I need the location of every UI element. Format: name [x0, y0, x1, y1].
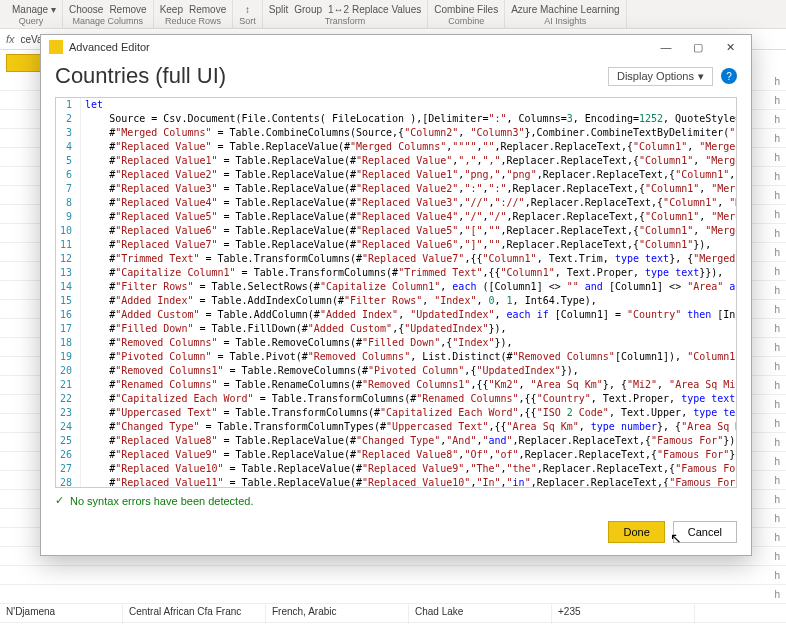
code-line[interactable]: #"Changed Type" = Table.TransformColumnT…	[81, 420, 737, 434]
line-number: 13	[56, 266, 81, 280]
line-number: 1	[56, 98, 81, 112]
ribbon-group-label: AI Insights	[544, 16, 586, 28]
code-line[interactable]: #"Added Custom" = Table.AddColumn(#"Adde…	[81, 308, 737, 322]
maximize-button[interactable]: ▢	[685, 37, 711, 57]
app-icon	[49, 40, 63, 54]
code-line[interactable]: #"Renamed Columns" = Table.RenameColumns…	[81, 378, 737, 392]
line-number: 3	[56, 126, 81, 140]
code-editor[interactable]: 1let2 Source = Csv.Document(File.Content…	[55, 97, 737, 488]
code-line[interactable]: #"Capitalized Each Word" = Table.Transfo…	[81, 392, 737, 406]
dialog-title: Countries (full UI)	[55, 63, 226, 89]
line-number: 18	[56, 336, 81, 350]
ribbon-group: ChooseRemoveManage Columns	[63, 0, 154, 28]
code-line[interactable]: #"Added Index" = Table.AddIndexColumn(#"…	[81, 294, 737, 308]
code-line[interactable]: #"Replaced Value10" = Table.ReplaceValue…	[81, 462, 737, 476]
code-line[interactable]: Source = Csv.Document(File.Contents( Fil…	[81, 112, 737, 126]
line-number: 5	[56, 154, 81, 168]
ribbon-group: SplitGroup1↔2 Replace ValuesTransform	[263, 0, 428, 28]
code-line[interactable]: #"Replaced Value11" = Table.ReplaceValue…	[81, 476, 737, 488]
ribbon-item[interactable]: Split	[269, 4, 288, 15]
syntax-status: ✓ No syntax errors have been detected.	[41, 488, 751, 513]
line-number: 2	[56, 112, 81, 126]
chevron-down-icon: ▾	[698, 70, 704, 83]
ribbon-item[interactable]: ↕	[245, 4, 250, 15]
code-line[interactable]: #"Replaced Value5" = Table.ReplaceValue(…	[81, 210, 737, 224]
code-line[interactable]: #"Capitalize Column1" = Table.TransformC…	[81, 266, 737, 280]
line-number: 15	[56, 294, 81, 308]
dialog-buttons: Done Cancel	[41, 513, 751, 555]
line-number: 16	[56, 308, 81, 322]
dialog-header: Countries (full UI) Display Options ▾ ?	[41, 59, 751, 97]
code-line[interactable]: #"Filter Rows" = Table.SelectRows(#"Capi…	[81, 280, 737, 294]
ribbon-item[interactable]: Choose	[69, 4, 103, 15]
code-line[interactable]: #"Replaced Value4" = Table.ReplaceValue(…	[81, 196, 737, 210]
ribbon-item[interactable]: Group	[294, 4, 322, 15]
ribbon-item[interactable]: Keep	[160, 4, 183, 15]
line-number: 6	[56, 168, 81, 182]
code-line[interactable]: #"Pivoted Column" = Table.Pivot(#"Remove…	[81, 350, 737, 364]
line-number: 24	[56, 420, 81, 434]
ribbon-group-label: Manage Columns	[73, 16, 144, 28]
line-number: 10	[56, 224, 81, 238]
code-line[interactable]: #"Replaced Value1" = Table.ReplaceValue(…	[81, 154, 737, 168]
ribbon-group-label: Combine	[448, 16, 484, 28]
cancel-button[interactable]: Cancel	[673, 521, 737, 543]
fx-label: fx	[6, 33, 15, 45]
ribbon-item[interactable]: Combine Files	[434, 4, 498, 15]
line-number: 9	[56, 210, 81, 224]
ribbon-group: Azure Machine LearningAI Insights	[505, 0, 626, 28]
close-button[interactable]: ✕	[717, 37, 743, 57]
code-line[interactable]: #"Filled Down" = Table.FillDown(#"Added …	[81, 322, 737, 336]
code-line[interactable]: #"Removed Columns1" = Table.RemoveColumn…	[81, 364, 737, 378]
done-button[interactable]: Done	[608, 521, 664, 543]
code-line[interactable]: #"Replaced Value6" = Table.ReplaceValue(…	[81, 224, 737, 238]
line-number: 17	[56, 322, 81, 336]
line-number: 27	[56, 462, 81, 476]
line-number: 19	[56, 350, 81, 364]
ribbon-group: KeepRemoveReduce Rows	[154, 0, 234, 28]
code-line[interactable]: #"Replaced Value8" = Table.ReplaceValue(…	[81, 434, 737, 448]
line-number: 11	[56, 238, 81, 252]
check-icon: ✓	[55, 494, 64, 507]
ribbon-group-label: Sort	[239, 16, 256, 28]
code-line[interactable]: #"Replaced Value9" = Table.ReplaceValue(…	[81, 448, 737, 462]
line-number: 14	[56, 280, 81, 294]
ribbon-group-label: Transform	[325, 16, 366, 28]
dialog-app-title: Advanced Editor	[69, 41, 150, 53]
ribbon-group-label: Reduce Rows	[165, 16, 221, 28]
line-number: 25	[56, 434, 81, 448]
advanced-editor-dialog: Advanced Editor — ▢ ✕ Countries (full UI…	[40, 34, 752, 556]
code-line[interactable]: #"Replaced Value3" = Table.ReplaceValue(…	[81, 182, 737, 196]
line-number: 21	[56, 378, 81, 392]
table-row: N'Djamena Central African Cfa Franc Fren…	[0, 604, 786, 623]
line-number: 8	[56, 196, 81, 210]
line-number: 4	[56, 140, 81, 154]
ribbon: Manage ▾QueryChooseRemoveManage ColumnsK…	[0, 0, 786, 29]
code-line[interactable]: #"Removed Columns" = Table.RemoveColumns…	[81, 336, 737, 350]
ribbon-group: ↕Sort	[233, 0, 263, 28]
line-number: 12	[56, 252, 81, 266]
ribbon-group-label: Query	[19, 16, 44, 28]
ribbon-group: Manage ▾Query	[0, 0, 63, 28]
line-number: 28	[56, 476, 81, 488]
minimize-button[interactable]: —	[653, 37, 679, 57]
display-options-dropdown[interactable]: Display Options ▾	[608, 67, 713, 86]
code-line[interactable]: #"Replaced Value2" = Table.ReplaceValue(…	[81, 168, 737, 182]
help-icon[interactable]: ?	[721, 68, 737, 84]
dialog-titlebar: Advanced Editor — ▢ ✕	[41, 35, 751, 59]
ribbon-item[interactable]: Remove	[189, 4, 226, 15]
ribbon-item[interactable]: Azure Machine Learning	[511, 4, 619, 15]
code-line[interactable]: let	[81, 98, 737, 112]
ribbon-item[interactable]: 1↔2 Replace Values	[328, 4, 421, 15]
code-line[interactable]: #"Trimmed Text" = Table.TransformColumns…	[81, 252, 737, 266]
code-line[interactable]: #"Replaced Value" = Table.ReplaceValue(#…	[81, 140, 737, 154]
line-number: 26	[56, 448, 81, 462]
code-line[interactable]: #"Merged Columns" = Table.CombineColumns…	[81, 126, 737, 140]
ribbon-item[interactable]: Manage ▾	[12, 4, 56, 15]
line-number: 20	[56, 364, 81, 378]
line-number: 22	[56, 392, 81, 406]
code-line[interactable]: #"Replaced Value7" = Table.ReplaceValue(…	[81, 238, 737, 252]
line-number: 23	[56, 406, 81, 420]
ribbon-item[interactable]: Remove	[109, 4, 146, 15]
code-line[interactable]: #"Uppercased Text" = Table.TransformColu…	[81, 406, 737, 420]
